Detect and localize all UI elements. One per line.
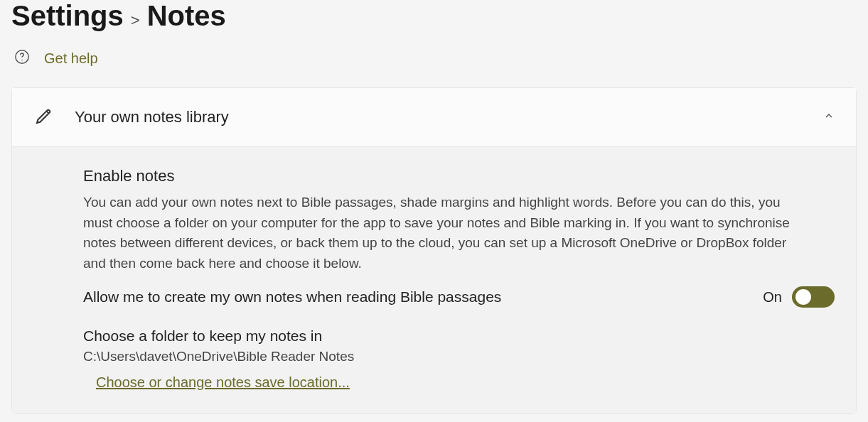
breadcrumb-separator: > [131, 11, 140, 30]
breadcrumb-root[interactable]: Settings [11, 0, 124, 32]
breadcrumb-current: Notes [147, 0, 226, 32]
toggle-knob [795, 289, 811, 305]
enable-notes-toggle[interactable] [792, 286, 835, 308]
enable-notes-title: Enable notes [83, 167, 835, 185]
chevron-up-icon [823, 110, 835, 124]
folder-path: C:\Users\davet\OneDrive\Bible Reader Not… [83, 349, 835, 364]
choose-folder-link[interactable]: Choose or change notes save location... [96, 374, 350, 391]
breadcrumb: Settings > Notes [11, 0, 857, 32]
notes-library-card-body: Enable notes You can add your own notes … [12, 147, 856, 413]
enable-notes-description: You can add your own notes next to Bible… [83, 193, 794, 274]
enable-notes-toggle-state: On [763, 289, 782, 305]
notes-library-title: Your own notes library [75, 108, 803, 126]
notes-library-card: Your own notes library Enable notes You … [11, 87, 857, 414]
enable-notes-toggle-label: Allow me to create my own notes when rea… [83, 288, 763, 305]
help-icon [14, 49, 30, 67]
svg-point-1 [21, 60, 22, 60]
folder-title: Choose a folder to keep my notes in [83, 328, 835, 345]
notes-library-card-header[interactable]: Your own notes library [12, 88, 856, 147]
get-help-link[interactable]: Get help [11, 49, 857, 67]
enable-notes-toggle-row: Allow me to create my own notes when rea… [83, 286, 835, 308]
pencil-icon [33, 105, 55, 129]
get-help-label: Get help [44, 50, 98, 67]
